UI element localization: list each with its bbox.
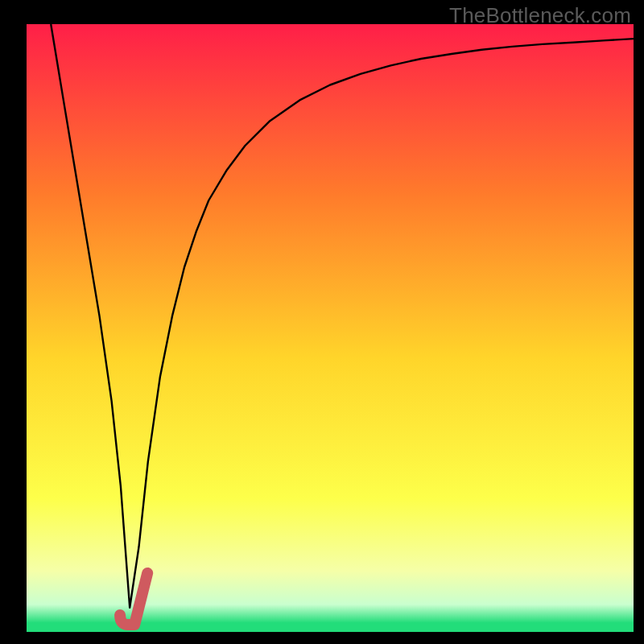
watermark-text: TheBottleneck.com [449, 3, 631, 28]
bottleneck-chart [0, 0, 644, 644]
chart-frame: TheBottleneck.com [0, 0, 644, 644]
gradient-background [27, 24, 634, 632]
